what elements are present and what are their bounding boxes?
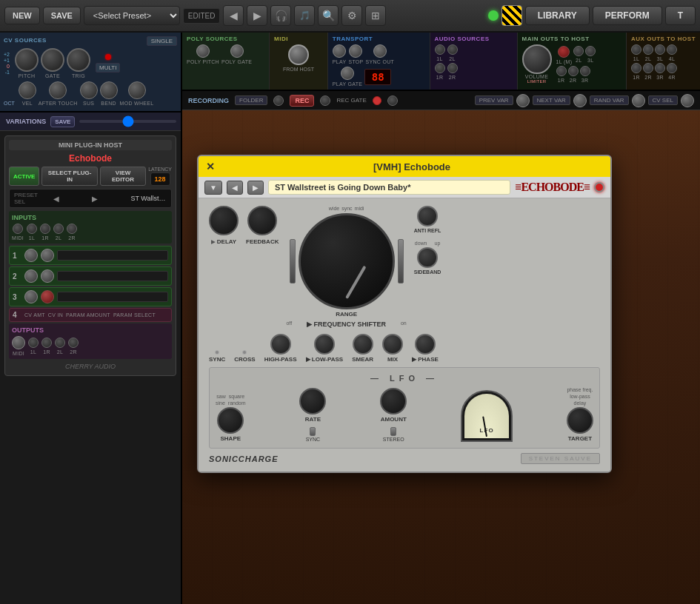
main-1r-port[interactable] — [556, 66, 567, 76]
ch3-knob1[interactable] — [24, 290, 38, 303]
variations-input[interactable] — [79, 120, 176, 123]
cross-toggle[interactable] — [242, 350, 247, 355]
forward-button[interactable]: ▶ — [247, 5, 267, 26]
prev-var-knob[interactable] — [516, 94, 530, 107]
midi-knob[interactable] — [288, 44, 309, 65]
aux-4r[interactable] — [667, 63, 677, 73]
audio-1r[interactable] — [435, 63, 445, 73]
range-slider-r[interactable] — [398, 239, 404, 283]
2l-in-port[interactable] — [53, 224, 64, 234]
folder-button[interactable]: FOLDER — [235, 95, 267, 105]
rate-knob[interactable] — [299, 388, 326, 415]
active-button[interactable]: ACTIVE — [9, 167, 39, 186]
out-2l-port[interactable] — [55, 338, 65, 348]
play-knob[interactable] — [333, 44, 346, 58]
high-pass-knob[interactable] — [270, 334, 291, 355]
ch2-knob1[interactable] — [24, 269, 38, 283]
trig-knob[interactable] — [67, 48, 90, 72]
poly-pitch-knob[interactable] — [196, 44, 210, 58]
folder-port[interactable] — [273, 95, 284, 106]
2r-in-port[interactable] — [67, 224, 77, 234]
frequency-knob[interactable] — [299, 213, 395, 309]
ch1-fader[interactable] — [57, 250, 168, 261]
range-slider[interactable] — [290, 239, 296, 283]
aftertouch-knob[interactable] — [49, 81, 67, 99]
stop-knob[interactable] — [349, 44, 362, 58]
tab-button[interactable]: T — [665, 6, 696, 25]
headphones2-button[interactable]: 🎵 — [294, 5, 315, 26]
low-pass-knob[interactable] — [314, 334, 335, 355]
lfo-sync-toggle[interactable] — [310, 427, 316, 436]
feedback-knob[interactable] — [247, 206, 277, 235]
phase-knob[interactable] — [415, 334, 436, 355]
bend-knob[interactable] — [100, 81, 118, 99]
audio-2r[interactable] — [447, 63, 458, 73]
ch1-knob1[interactable] — [24, 249, 38, 262]
poly-gate-knob[interactable] — [230, 44, 244, 58]
new-button[interactable]: NEW — [4, 7, 40, 24]
preset-next-arrow[interactable]: ▶ — [92, 195, 128, 203]
main-1l-port[interactable] — [558, 46, 570, 58]
1l-in-port[interactable] — [27, 224, 37, 234]
aux-1r[interactable] — [631, 63, 641, 73]
audio-1l[interactable] — [435, 44, 445, 55]
headphones-button[interactable]: 🎧 — [270, 5, 291, 26]
echo-prev-preset[interactable]: ◀ — [227, 181, 243, 195]
cv-sel-knob[interactable] — [681, 94, 694, 107]
search-button[interactable]: 🔍 — [318, 5, 339, 26]
shape-knob[interactable] — [217, 407, 244, 434]
ch2-knob2[interactable] — [41, 269, 54, 283]
rand-var-button[interactable]: RAND VAR — [590, 95, 629, 105]
preset-prev-arrow[interactable]: ◀ — [53, 195, 90, 203]
delay-knob[interactable] — [209, 206, 239, 235]
gate-knob[interactable] — [41, 48, 64, 72]
aux-2r[interactable] — [643, 63, 653, 73]
anti-refl-knob[interactable] — [417, 206, 438, 226]
smear-knob[interactable] — [353, 334, 373, 355]
aux-1l[interactable] — [631, 44, 641, 55]
aux-2l[interactable] — [643, 44, 653, 55]
sus-knob[interactable] — [80, 81, 98, 99]
aux-3r[interactable] — [655, 63, 665, 73]
rand-var-knob[interactable] — [632, 94, 645, 107]
pitch-knob[interactable] — [15, 48, 39, 72]
next-var-button[interactable]: NEXT VAR — [533, 95, 570, 105]
volume-knob[interactable] — [522, 44, 552, 74]
variations-save-button[interactable]: SAVE — [50, 116, 75, 127]
play-gate-knob[interactable] — [341, 67, 354, 80]
main-2r-port[interactable] — [568, 66, 579, 76]
1r-in-port[interactable] — [40, 224, 50, 234]
midi-in-port[interactable] — [13, 224, 23, 234]
view-editor-button[interactable]: VIEW EDITOR — [100, 167, 146, 186]
out-2r-port[interactable] — [68, 338, 79, 348]
ch2-fader[interactable] — [57, 271, 168, 281]
aux-3l[interactable] — [655, 44, 665, 55]
cv-sel-button[interactable]: CV SEL — [648, 95, 678, 105]
sideband-knob[interactable] — [417, 247, 438, 268]
grid-button[interactable]: ⊞ — [365, 5, 386, 26]
mix-knob[interactable] — [382, 334, 403, 355]
mod-wheel-knob[interactable] — [128, 81, 146, 99]
ch1-knob2[interactable] — [41, 249, 54, 262]
preset-select[interactable]: <Select Preset> — [84, 6, 180, 25]
rec-gate-port[interactable] — [387, 95, 398, 106]
audio-2l[interactable] — [447, 44, 458, 55]
rec-button[interactable]: REC — [290, 95, 314, 107]
echo-dropdown-button[interactable]: ▼ — [204, 181, 222, 195]
perform-button[interactable]: PERFORM — [593, 6, 662, 25]
out-1r-port[interactable] — [41, 338, 52, 348]
main-3l-port[interactable] — [585, 46, 596, 56]
next-var-knob[interactable] — [573, 94, 587, 107]
sync-out-knob[interactable] — [373, 44, 387, 58]
out-knob[interactable] — [12, 336, 25, 349]
main-3r-port[interactable] — [580, 66, 590, 76]
ch3-fader[interactable] — [57, 292, 168, 302]
rec-port[interactable] — [320, 95, 330, 106]
save-button[interactable]: SAVE — [43, 7, 81, 24]
back-button[interactable]: ◀ — [223, 5, 244, 26]
sync-toggle[interactable] — [215, 350, 219, 355]
vel-knob[interactable] — [19, 81, 36, 99]
echobode-close[interactable]: ✕ — [206, 161, 215, 172]
prev-var-button[interactable]: PREV VAR — [475, 95, 513, 105]
amount-knob[interactable] — [380, 388, 407, 415]
